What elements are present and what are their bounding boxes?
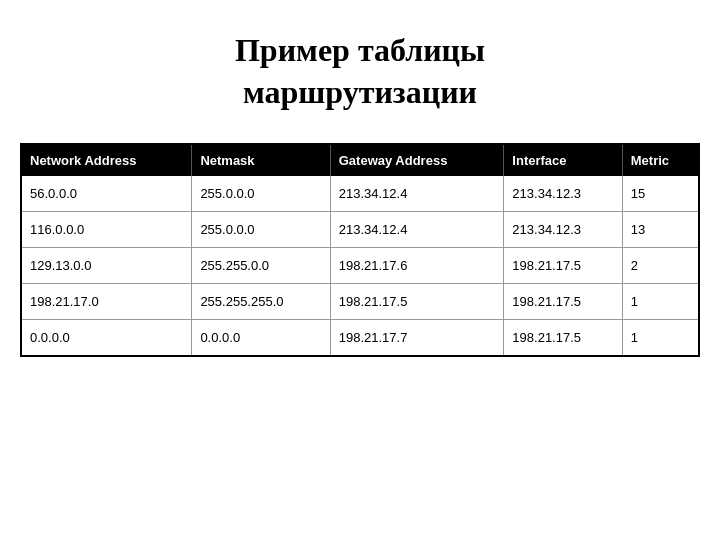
table-row: 198.21.17.0255.255.255.0198.21.17.5198.2… xyxy=(22,284,698,320)
table-cell: 129.13.0.0 xyxy=(22,248,192,284)
table-row: 116.0.0.0255.0.0.0213.34.12.4213.34.12.3… xyxy=(22,212,698,248)
table-cell: 198.21.17.6 xyxy=(330,248,504,284)
table-cell: 198.21.17.7 xyxy=(330,320,504,356)
table-cell: 1 xyxy=(622,320,698,356)
table-cell: 255.255.0.0 xyxy=(192,248,330,284)
table-cell: 198.21.17.0 xyxy=(22,284,192,320)
table-row: 56.0.0.0255.0.0.0213.34.12.4213.34.12.31… xyxy=(22,176,698,212)
table-cell: 213.34.12.4 xyxy=(330,176,504,212)
table-header-cell: Metric xyxy=(622,145,698,176)
routing-table: Network AddressNetmaskGateway AddressInt… xyxy=(22,145,698,355)
table-header-cell: Network Address xyxy=(22,145,192,176)
table-header-cell: Netmask xyxy=(192,145,330,176)
table-cell: 1 xyxy=(622,284,698,320)
table-cell: 255.0.0.0 xyxy=(192,212,330,248)
table-cell: 255.255.255.0 xyxy=(192,284,330,320)
table-body: 56.0.0.0255.0.0.0213.34.12.4213.34.12.31… xyxy=(22,176,698,355)
table-cell: 198.21.17.5 xyxy=(504,248,622,284)
table-cell: 0.0.0.0 xyxy=(192,320,330,356)
table-cell: 198.21.17.5 xyxy=(504,284,622,320)
table-cell: 198.21.17.5 xyxy=(330,284,504,320)
table-cell: 0.0.0.0 xyxy=(22,320,192,356)
routing-table-wrapper: Network AddressNetmaskGateway AddressInt… xyxy=(20,143,700,357)
page-title: Пример таблицы маршрутизации xyxy=(235,30,485,113)
table-cell: 213.34.12.3 xyxy=(504,212,622,248)
table-header-row: Network AddressNetmaskGateway AddressInt… xyxy=(22,145,698,176)
table-cell: 116.0.0.0 xyxy=(22,212,192,248)
table-row: 129.13.0.0255.255.0.0198.21.17.6198.21.1… xyxy=(22,248,698,284)
table-cell: 2 xyxy=(622,248,698,284)
table-cell: 213.34.12.4 xyxy=(330,212,504,248)
table-header-cell: Gateway Address xyxy=(330,145,504,176)
table-cell: 198.21.17.5 xyxy=(504,320,622,356)
table-cell: 15 xyxy=(622,176,698,212)
table-cell: 213.34.12.3 xyxy=(504,176,622,212)
table-row: 0.0.0.00.0.0.0198.21.17.7198.21.17.51 xyxy=(22,320,698,356)
table-header-cell: Interface xyxy=(504,145,622,176)
table-cell: 13 xyxy=(622,212,698,248)
table-cell: 56.0.0.0 xyxy=(22,176,192,212)
table-cell: 255.0.0.0 xyxy=(192,176,330,212)
